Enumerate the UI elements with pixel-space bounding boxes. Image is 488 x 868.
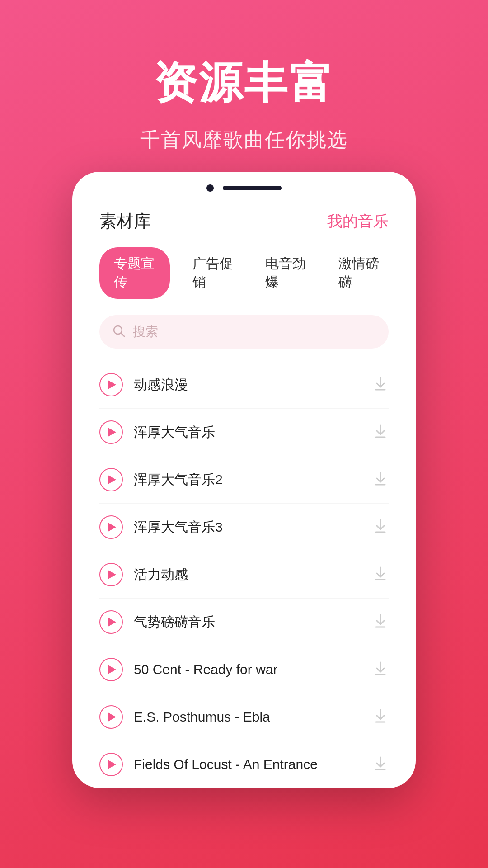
music-title: 动感浪漫	[134, 376, 361, 394]
download-button[interactable]	[372, 566, 389, 584]
list-item: Fields Of Locust - An Entrance	[99, 741, 389, 788]
page-main-title: 资源丰富	[0, 54, 488, 113]
play-button[interactable]	[99, 563, 123, 586]
nav-library-label: 素材库	[99, 210, 151, 233]
play-button[interactable]	[99, 468, 123, 491]
music-title: 活力动感	[134, 566, 361, 584]
music-title: 浑厚大气音乐3	[134, 518, 361, 537]
download-button[interactable]	[372, 660, 389, 679]
music-title: 50 Cent - Ready for war	[134, 662, 361, 677]
search-bar[interactable]: 搜索	[99, 315, 389, 349]
play-button[interactable]	[99, 658, 123, 681]
music-title: 浑厚大气音乐2	[134, 471, 361, 489]
nav-my-music-link[interactable]: 我的音乐	[327, 211, 389, 232]
list-item: E.S. Posthumus - Ebla	[99, 693, 389, 741]
nav-row: 素材库 我的音乐	[99, 210, 389, 233]
play-button[interactable]	[99, 705, 123, 729]
play-button[interactable]	[99, 373, 123, 396]
tab-electronic[interactable]: 电音劲爆	[256, 247, 316, 299]
music-title: E.S. Posthumus - Ebla	[134, 709, 361, 725]
music-title: 气势磅礴音乐	[134, 613, 361, 632]
tabs-row: 专题宣传 广告促销 电音劲爆 激情磅礴	[99, 247, 389, 299]
play-button[interactable]	[99, 420, 123, 444]
music-title: 浑厚大气音乐	[134, 423, 361, 442]
download-button[interactable]	[372, 613, 389, 631]
list-item: 动感浪漫	[99, 361, 389, 409]
list-item: 浑厚大气音乐3	[99, 504, 389, 551]
download-button[interactable]	[372, 755, 389, 774]
tab-advertising[interactable]: 广告促销	[183, 247, 243, 299]
svg-line-1	[121, 333, 124, 336]
list-item: 浑厚大气音乐2	[99, 456, 389, 504]
phone-top-bar	[72, 172, 416, 201]
list-item: 浑厚大气音乐	[99, 409, 389, 456]
download-button[interactable]	[372, 376, 389, 394]
music-title: Fields Of Locust - An Entrance	[134, 757, 361, 772]
phone-speaker	[223, 186, 282, 190]
phone-camera	[206, 184, 214, 192]
download-button[interactable]	[372, 471, 389, 489]
play-button[interactable]	[99, 515, 123, 539]
search-placeholder-text: 搜索	[133, 323, 158, 340]
phone-mockup: 素材库 我的音乐 专题宣传 广告促销 电音劲爆 激情磅礴 搜索	[72, 172, 416, 788]
tab-epic[interactable]: 激情磅礴	[329, 247, 389, 299]
download-button[interactable]	[372, 708, 389, 726]
tab-featured[interactable]: 专题宣传	[99, 247, 170, 299]
play-button[interactable]	[99, 753, 123, 776]
list-item: 气势磅礴音乐	[99, 599, 389, 646]
play-button[interactable]	[99, 610, 123, 634]
search-icon	[112, 324, 126, 340]
list-item: 活力动感	[99, 551, 389, 599]
download-button[interactable]	[372, 423, 389, 441]
music-list: 动感浪漫 浑厚大气音乐	[99, 361, 389, 788]
list-item: 50 Cent - Ready for war	[99, 646, 389, 693]
page-sub-title: 千首风靡歌曲任你挑选	[0, 127, 488, 153]
download-button[interactable]	[372, 518, 389, 536]
